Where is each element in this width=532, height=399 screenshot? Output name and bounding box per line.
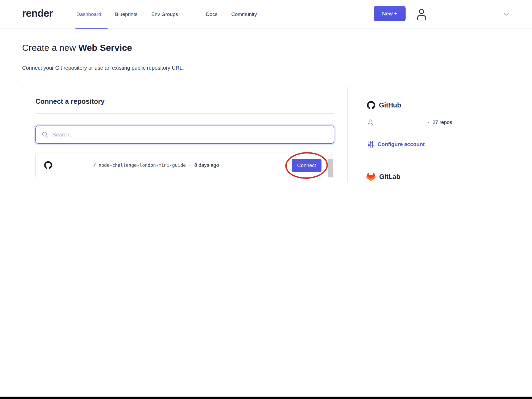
- page-title: Create a new Web Service: [22, 43, 132, 53]
- bottom-black-bar: [0, 397, 532, 399]
- gitlab-section-header: GitLab: [366, 172, 400, 181]
- nav-item-env-groups[interactable]: Env Groups: [151, 11, 178, 17]
- nav-item-docs[interactable]: Docs: [206, 11, 217, 17]
- workspace-dropdown-button[interactable]: [501, 9, 512, 20]
- card-divider: [35, 113, 334, 114]
- sliders-icon: [368, 140, 374, 148]
- repo-row: / node-challenge-london-mini-guide · 8 d…: [36, 152, 334, 178]
- github-icon: [44, 161, 52, 169]
- chevron-down-icon: [503, 13, 509, 16]
- nav-item-community[interactable]: Community: [231, 11, 257, 17]
- github-account-row: · 27 repos: [367, 119, 452, 126]
- configure-account-label: Configure account: [378, 141, 425, 147]
- scrollbar-up-arrow[interactable]: ⌃: [328, 153, 333, 159]
- repo-path: / node-challenge-london-mini-guide: [93, 163, 186, 168]
- scrollbar-thumb[interactable]: [328, 159, 333, 177]
- top-navigation: render Dashboard Blueprints Env Groups D…: [0, 0, 532, 28]
- repo-updated: 8 days ago: [194, 162, 219, 168]
- configure-account-link[interactable]: Configure account: [368, 140, 425, 148]
- person-icon: [367, 119, 373, 126]
- render-logo[interactable]: render: [22, 7, 53, 19]
- card-heading: Connect a repository: [35, 97, 334, 106]
- primary-nav: Dashboard Blueprints Env Groups Docs Com…: [76, 0, 257, 28]
- repo-list-scrollbar[interactable]: ⌃: [328, 153, 333, 177]
- redacted-username: [54, 162, 93, 169]
- github-section-header: GitHub: [367, 101, 401, 109]
- redacted-account-name: [376, 119, 428, 125]
- repo-list: / node-challenge-london-mini-guide · 8 d…: [35, 152, 334, 178]
- connect-button[interactable]: Connect: [292, 159, 321, 172]
- active-tab-underline: [75, 28, 108, 29]
- github-icon: [367, 101, 375, 109]
- user-avatar-button[interactable]: [415, 6, 428, 22]
- repo-separator: ·: [189, 163, 191, 168]
- search-input[interactable]: [35, 126, 334, 144]
- repo-search: [35, 126, 334, 144]
- github-title: GitHub: [379, 101, 401, 109]
- page-subtitle: Connect your Git repository or use an ex…: [22, 65, 184, 71]
- gitlab-icon: [366, 172, 376, 181]
- gitlab-title: GitLab: [379, 173, 400, 181]
- new-button[interactable]: New +: [374, 6, 406, 21]
- person-icon: [416, 8, 427, 20]
- count-separator: ·: [428, 120, 429, 125]
- connect-repository-card: Connect a repository / node-challenge-lo…: [22, 86, 348, 182]
- nav-item-blueprints[interactable]: Blueprints: [115, 11, 138, 17]
- nav-divider: [192, 9, 192, 20]
- nav-item-dashboard[interactable]: Dashboard: [76, 11, 101, 17]
- repo-count: 27 repos: [432, 119, 452, 125]
